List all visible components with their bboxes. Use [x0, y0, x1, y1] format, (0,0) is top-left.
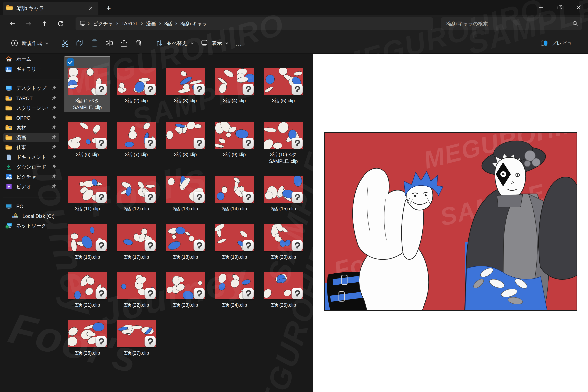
file-item[interactable]: [215, 272, 254, 299]
sidebar-item-tarot[interactable]: TAROT: [3, 94, 59, 103]
sidebar-item-manga[interactable]: 漫画: [3, 133, 59, 142]
file-item[interactable]: [68, 272, 107, 299]
sidebar-item-oppo[interactable]: OPPO: [3, 113, 59, 123]
close-button[interactable]: [569, 0, 588, 15]
forward-button[interactable]: [23, 18, 34, 29]
sidebar-item-downloads[interactable]: ダウンロード: [3, 162, 59, 172]
preview-toggle-button[interactable]: プレビュー: [537, 36, 581, 50]
sidebar-item-material[interactable]: 素材: [3, 123, 59, 132]
sidebar-item-desktop[interactable]: デスクトップ: [3, 84, 59, 93]
file-item-label[interactable]: 3話 (10)ベタSAMPLE..clip: [259, 151, 308, 165]
file-item[interactable]: [264, 176, 303, 203]
up-button[interactable]: [39, 18, 50, 29]
file-item-label[interactable]: 3話 (23).clip: [161, 302, 210, 308]
file-item-label[interactable]: 3話 (4).clip: [210, 98, 259, 104]
file-item[interactable]: [215, 224, 254, 251]
file-item-label[interactable]: 3話 (8).clip: [161, 151, 210, 158]
file-item-label[interactable]: 3話 (26).clip: [63, 350, 112, 356]
file-item-label[interactable]: 3話 (22).clip: [112, 302, 161, 308]
file-item[interactable]: [264, 68, 303, 95]
file-item[interactable]: [166, 272, 205, 299]
file-item[interactable]: [264, 272, 303, 299]
file-item[interactable]: [215, 176, 254, 203]
sidebar-item-local-disk[interactable]: Local Disk (C:): [10, 212, 59, 221]
cut-button[interactable]: [58, 36, 72, 50]
sidebar-item-home[interactable]: ホーム: [3, 54, 59, 64]
file-item-label[interactable]: 3話 (24).clip: [210, 302, 259, 308]
file-item[interactable]: [68, 122, 107, 149]
sidebar-item-work[interactable]: 仕事: [3, 143, 59, 152]
sidebar-item-documents[interactable]: ドキュメント: [3, 152, 59, 162]
file-item[interactable]: [166, 68, 205, 95]
file-item-label[interactable]: 3話 (21).clip: [63, 302, 112, 308]
sort-button[interactable]: 並べ替え: [152, 36, 197, 50]
file-item-label[interactable]: 3話 (18).clip: [161, 254, 210, 260]
file-item-label[interactable]: 3話 (7).clip: [112, 151, 161, 158]
search-input[interactable]: [441, 21, 582, 26]
search-box[interactable]: [441, 17, 582, 30]
file-item-label[interactable]: 3話 (27).clip: [112, 350, 161, 356]
rename-button[interactable]: [102, 36, 116, 50]
selection-checkbox[interactable]: [66, 58, 74, 66]
file-item[interactable]: [117, 176, 156, 203]
file-item[interactable]: [166, 224, 205, 251]
paste-button[interactable]: [87, 36, 102, 50]
sidebar-item-pictures[interactable]: ピクチャ: [3, 172, 59, 182]
file-item-label[interactable]: 3話 (15).clip: [259, 206, 308, 212]
file-item-label[interactable]: 3話 (19).clip: [210, 254, 259, 260]
breadcrumb-item-1[interactable]: TAROT: [119, 20, 140, 28]
minimize-button[interactable]: [532, 0, 550, 15]
file-item-label[interactable]: 3話 (20).clip: [259, 254, 308, 260]
file-item[interactable]: [264, 224, 303, 251]
file-item-label[interactable]: 3話 (1)ベタSAMPLE..clip: [63, 98, 112, 111]
view-button[interactable]: 表示: [197, 36, 232, 50]
file-item[interactable]: [68, 320, 107, 347]
breadcrumb-item-2[interactable]: 漫画: [144, 19, 158, 28]
new-tab-button[interactable]: +: [103, 3, 114, 13]
share-button[interactable]: [116, 36, 131, 50]
file-item[interactable]: [117, 122, 156, 149]
delete-button[interactable]: [131, 36, 146, 50]
file-item[interactable]: [117, 68, 156, 95]
file-item-label[interactable]: 3話 (14).clip: [210, 206, 259, 212]
tab-current-folder[interactable]: 3話b キャラ: [3, 2, 98, 15]
file-item-label[interactable]: 3話 (2).clip: [112, 98, 161, 104]
file-item[interactable]: [215, 68, 254, 95]
file-item-label[interactable]: 3話 (12).clip: [112, 206, 161, 212]
breadcrumb-item-4[interactable]: 3話b キャラ: [178, 19, 210, 28]
sidebar-item-network[interactable]: ネットワーク: [3, 221, 59, 230]
sidebar-item-gallery[interactable]: ギャラリー: [3, 64, 59, 74]
file-item[interactable]: [68, 68, 107, 95]
file-item-label[interactable]: 3話 (9).clip: [210, 151, 259, 158]
breadcrumb-item-0[interactable]: ピクチャ: [90, 19, 115, 28]
back-button[interactable]: [7, 18, 18, 29]
file-item[interactable]: [166, 176, 205, 203]
new-button[interactable]: 新規作成: [7, 36, 52, 50]
file-item-label[interactable]: 3話 (17).clip: [112, 254, 161, 260]
file-item-label[interactable]: 3話 (11).clip: [63, 206, 112, 212]
file-item-label[interactable]: 3話 (25).clip: [259, 302, 308, 308]
file-item[interactable]: [68, 176, 107, 203]
tab-close-icon[interactable]: [86, 4, 95, 13]
address-bar[interactable]: ›ピクチャ›TAROT›漫画›3話›3話b キャラ: [76, 17, 433, 30]
search-icon[interactable]: [572, 20, 578, 27]
file-item-label[interactable]: 3話 (13).clip: [161, 206, 210, 212]
file-item-label[interactable]: 3話 (3).clip: [161, 98, 210, 104]
file-item-label[interactable]: 3話 (5).clip: [259, 98, 308, 104]
file-item[interactable]: [117, 224, 156, 251]
file-item[interactable]: [166, 122, 205, 149]
file-item[interactable]: [117, 320, 156, 347]
refresh-button[interactable]: [55, 18, 66, 29]
file-item-label[interactable]: 3話 (16).clip: [63, 254, 112, 260]
sidebar-item-pc[interactable]: PC: [3, 202, 59, 211]
file-item[interactable]: [264, 122, 303, 149]
breadcrumb-item-3[interactable]: 3話: [162, 19, 174, 28]
sidebar-item-videos[interactable]: ビデオ: [3, 182, 59, 191]
sidebar-item-screenshots[interactable]: スクリーンショット: [3, 104, 59, 113]
restore-button[interactable]: [550, 0, 569, 15]
more-button[interactable]: …: [232, 36, 246, 50]
file-item[interactable]: [68, 224, 107, 251]
file-item-label[interactable]: 3話 (6).clip: [63, 151, 112, 158]
file-item[interactable]: [117, 272, 156, 299]
file-item[interactable]: [215, 122, 254, 149]
